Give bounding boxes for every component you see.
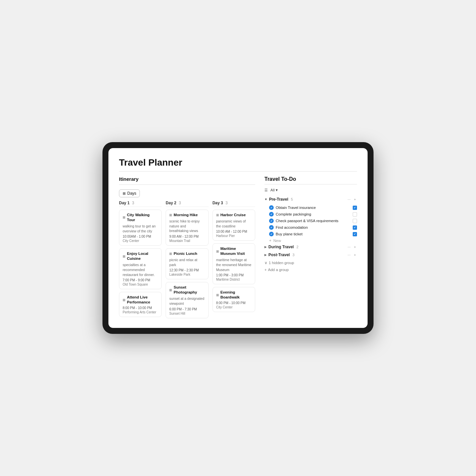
group-add-btn-1[interactable]: + [353, 245, 357, 249]
check-icon: ✔ [270, 219, 273, 222]
filter-button[interactable]: All ▾ [269, 187, 279, 193]
todo-checkbox-0-2[interactable] [353, 219, 357, 223]
card-title-row: ⊞ Harbor Cruise [216, 213, 252, 218]
todo-check-0-3[interactable]: ✔ [269, 225, 274, 230]
card-time: 10:00AM - 1:00 PM [123, 235, 158, 238]
todo-check-0-0[interactable]: ✔ [269, 205, 274, 210]
todo-item-0-0[interactable]: ✔Obtain Travel insurance✔ [264, 204, 357, 211]
card-title: Picnic Lunch [174, 251, 197, 256]
group-more-btn-2[interactable]: ··· [346, 253, 351, 257]
card-title-row: ⊞ Evening Boardwalk [216, 290, 252, 300]
group-toggle-2[interactable]: ▶ [264, 253, 267, 257]
check-icon: ✔ [270, 226, 273, 229]
filter-row: ☰ All ▾ [264, 187, 357, 193]
todo-item-0-1[interactable]: ✔Complete packinging [264, 211, 357, 218]
group-add-btn-0[interactable]: + [353, 197, 357, 202]
check-icon: ✔ [270, 206, 273, 209]
filter-chevron-icon: ▾ [276, 188, 278, 192]
day-label: Day 3 [213, 201, 223, 205]
activity-card-d1-3[interactable]: ⊞ Attend Live Performance 8:00 PM - 10:0… [119, 292, 162, 317]
activity-card-d3-1[interactable]: ⊞ Harbor Cruise panoramic views of the c… [213, 210, 255, 241]
card-icon: ⊞ [169, 288, 172, 292]
new-item-row-0[interactable]: +New [264, 237, 357, 244]
tablet-screen: Travel Planner Itinerary ⊞ Days D [108, 148, 368, 328]
group-actions-2: ··· + [346, 253, 357, 257]
todo-checkbox-0-3[interactable]: ✔ [353, 225, 357, 230]
day-column-3: Day 3 3 ⊞ Harbor Cruise panoramic views … [213, 201, 255, 323]
card-title-row: ⊞ Sunset Photography [169, 285, 205, 295]
todo-item-0-4[interactable]: ✔Buy plane ticket✔ [264, 231, 357, 237]
left-panel: Itinerary ⊞ Days Day 1 3 ⊞ City Walking … [119, 176, 255, 323]
todo-check-0-1[interactable]: ✔ [269, 212, 274, 217]
tablet-frame: Travel Planner Itinerary ⊞ Days D [102, 142, 374, 334]
todo-label-0-1: Complete packinging [276, 212, 351, 216]
card-title: Maritime Museum Visit [220, 246, 252, 256]
filter-icon: ☰ [264, 188, 268, 192]
todo-checkbox-0-4[interactable]: ✔ [353, 232, 357, 236]
todo-item-0-3[interactable]: ✔Find accomodation✔ [264, 224, 357, 231]
card-title-row: ⊞ Enjoy Local Cuisine [123, 251, 158, 261]
activity-card-d1-2[interactable]: ⊞ Enjoy Local Cuisine specialties at a r… [119, 248, 162, 289]
card-icon: ⊞ [216, 213, 219, 217]
card-icon: ⊞ [123, 298, 125, 302]
activity-card-d3-2[interactable]: ⊞ Maritime Museum Visit maritime heritag… [213, 243, 255, 284]
group-more-btn-0[interactable]: ··· [346, 197, 351, 202]
itinerary-title: Itinerary [119, 176, 255, 182]
card-desc: maritime heritage at the renowned Mariti… [216, 258, 252, 272]
app-content: Travel Planner Itinerary ⊞ Days D [108, 148, 368, 328]
card-title-row: ⊞ Picnic Lunch [169, 251, 205, 256]
days-tab[interactable]: ⊞ Days [119, 189, 140, 197]
todo-divider [264, 184, 357, 184]
group-toggle-1[interactable]: ▶ [264, 245, 267, 249]
activity-card-d1-1[interactable]: ⊞ City Walking Tour walking tour to get … [119, 210, 162, 246]
todo-checkbox-0-1[interactable] [353, 212, 357, 217]
day-label: Day 2 [166, 201, 176, 205]
card-location: Maritime District [216, 278, 252, 281]
card-time: 9:00 AM - 12:00 PM [169, 235, 205, 238]
group-row-1: ▶ During Travel 2 ··· + [264, 244, 357, 250]
activity-card-d3-3[interactable]: ⊞ Evening Boardwalk 8:00 PM - 10:00 PM C… [213, 287, 255, 312]
card-title: Evening Boardwalk [220, 290, 252, 300]
activity-card-d2-3[interactable]: ⊞ Sunset Photography sunset at a designa… [166, 282, 208, 318]
card-icon: ⊞ [123, 216, 125, 219]
group-add-btn-2[interactable]: + [353, 253, 357, 257]
card-location: Performing Arts Center [123, 310, 158, 314]
todo-check-0-2[interactable]: ✔ [269, 218, 274, 223]
card-title: Sunset Photography [174, 285, 205, 295]
card-desc: specialties at a recommended restaurant … [123, 262, 158, 277]
hidden-group-label: 1 hidden group [269, 261, 294, 265]
day-count: 3 [178, 201, 181, 205]
add-group-row[interactable]: +Add a group [264, 267, 357, 272]
card-title: Harbor Cruise [220, 213, 246, 218]
group-more-btn-1[interactable]: ··· [346, 245, 351, 249]
group-toggle-0[interactable]: ▼ [264, 198, 267, 201]
activity-card-d2-1[interactable]: ⊞ Morning Hike scenic hike to enjoy natu… [166, 210, 208, 246]
day-count: 3 [224, 201, 228, 205]
card-time: 1:00 PM - 3:00 PM [216, 273, 252, 277]
day-column-1: Day 1 3 ⊞ City Walking Tour walking tour… [119, 201, 162, 323]
card-title: Attend Live Performance [127, 295, 158, 305]
card-location: Harbour Pier [216, 234, 252, 238]
check-icon: ✔ [270, 213, 273, 216]
card-title: Morning Hike [174, 213, 198, 218]
days-tab-icon: ⊞ [123, 191, 126, 196]
group-count-1: 2 [296, 245, 298, 249]
group-row-0: ▼ Pre-Travel 5 ··· + [264, 196, 357, 202]
card-location: Lakeside Park [169, 273, 205, 276]
itinerary-divider [119, 184, 255, 185]
day-header-1: Day 1 3 [119, 201, 162, 207]
card-icon: ⊞ [169, 213, 172, 217]
main-layout: Itinerary ⊞ Days Day 1 3 ⊞ City Walking … [119, 176, 357, 323]
todo-checkbox-0-0[interactable]: ✔ [353, 206, 357, 210]
activity-card-d2-2[interactable]: ⊞ Picnic Lunch picnic and relax at park … [166, 248, 208, 279]
group-actions-1: ··· + [346, 245, 357, 249]
group-name-0: Pre-Travel [269, 197, 288, 202]
new-item-plus-icon: + [269, 238, 271, 243]
right-panel: Travel To-Do ☰ All ▾ ▼ Pre-Travel 5 ··· [264, 176, 357, 323]
todo-items-list: ▼ Pre-Travel 5 ··· + ✔Obtain Travel insu… [264, 196, 357, 323]
todo-item-0-2[interactable]: ✔Check passport & VISA requirements [264, 218, 357, 224]
hidden-group-chevron-icon: ∨ [264, 260, 267, 265]
todo-check-0-4[interactable]: ✔ [269, 232, 274, 236]
hidden-group-row[interactable]: ∨1 hidden group [264, 260, 357, 266]
columns-container: Day 1 3 ⊞ City Walking Tour walking tour… [119, 201, 255, 323]
